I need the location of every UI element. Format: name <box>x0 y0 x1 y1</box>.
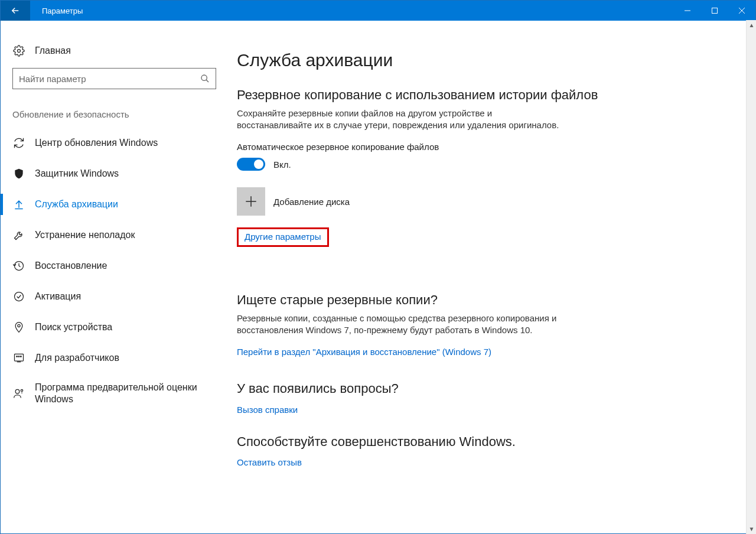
search-wrap: Найти параметр <box>12 68 225 89</box>
insider-icon <box>12 387 25 400</box>
sidebar-item-label: Поиск устройства <box>35 321 112 333</box>
other-params-highlight: Другие параметры <box>237 227 329 247</box>
window-controls <box>674 1 755 21</box>
history-icon <box>12 259 25 272</box>
auto-backup-label: Автоматическое резервное копирование фай… <box>237 142 615 152</box>
sidebar-item-label: Активация <box>35 291 81 302</box>
section-file-history: Резервное копирование с использованием и… <box>237 87 615 268</box>
section-desc: Сохраняйте резервные копии файлов на дру… <box>237 108 568 132</box>
sidebar: Главная Найти параметр Обновление и безо… <box>1 21 237 533</box>
minimize-button[interactable] <box>674 1 701 21</box>
toggle-state-label: Вкл. <box>273 159 291 170</box>
settings-window: Параметры Главная Найти п <box>0 0 756 534</box>
svg-point-5 <box>15 292 24 301</box>
section-title: Ищете старые резервные копии? <box>237 292 615 309</box>
sidebar-item-label: Для разработчиков <box>35 352 119 364</box>
scrollbar[interactable]: ▲ ▼ <box>746 20 756 534</box>
sidebar-group-label: Обновление и безопасность <box>1 100 237 128</box>
sidebar-item-recovery[interactable]: Восстановление <box>1 250 237 281</box>
backup-arrow-icon <box>12 198 25 211</box>
svg-point-6 <box>18 324 20 327</box>
main-content: Служба архивации Резервное копирование с… <box>237 21 755 533</box>
find-device-icon <box>12 321 25 334</box>
svg-point-10 <box>21 356 22 357</box>
sidebar-item-troubleshoot[interactable]: Устранение неполадок <box>1 220 237 250</box>
add-drive-label: Добавление диска <box>273 197 350 207</box>
sidebar-item-activation[interactable]: Активация <box>1 281 237 312</box>
sidebar-item-update[interactable]: Центр обновления Windows <box>1 128 237 158</box>
svg-point-12 <box>21 389 22 391</box>
sidebar-item-developers[interactable]: Для разработчиков <box>1 343 237 373</box>
section-title: У вас появились вопросы? <box>237 380 615 398</box>
sidebar-item-find-device[interactable]: Поиск устройства <box>1 312 237 343</box>
sidebar-item-label: Восстановление <box>35 260 107 272</box>
auto-backup-toggle-row: Вкл. <box>237 158 615 171</box>
close-button[interactable] <box>728 1 755 21</box>
nav-home-label: Главная <box>35 45 71 56</box>
section-old-backups: Ищете старые резервные копии? Резервные … <box>237 292 615 357</box>
other-params-link[interactable]: Другие параметры <box>245 232 321 242</box>
open-help-link[interactable]: Вызов справки <box>237 405 298 415</box>
svg-line-4 <box>206 80 208 82</box>
wrench-icon <box>12 229 25 242</box>
maximize-icon <box>711 7 718 14</box>
nav-home[interactable]: Главная <box>1 38 237 63</box>
svg-rect-1 <box>712 8 718 14</box>
window-title: Параметры <box>30 1 674 21</box>
svg-rect-7 <box>15 354 24 361</box>
search-input[interactable]: Найти параметр <box>12 68 216 89</box>
body: Главная Найти параметр Обновление и безо… <box>1 21 755 533</box>
check-circle-icon <box>12 290 25 303</box>
close-icon <box>738 7 745 14</box>
sidebar-item-insider[interactable]: Программа предварительной оценки Windows <box>1 373 237 413</box>
plus-icon <box>243 194 259 209</box>
sidebar-item-label: Центр обновления Windows <box>35 137 158 149</box>
gear-icon <box>12 44 25 57</box>
svg-point-3 <box>201 75 207 80</box>
section-feedback: Способствуйте совершенствованию Windows.… <box>237 434 615 468</box>
sidebar-item-backup[interactable]: Служба архивации <box>1 189 237 220</box>
titlebar: Параметры <box>1 1 755 21</box>
developer-icon <box>12 351 25 364</box>
scroll-down-icon[interactable]: ▼ <box>747 524 756 534</box>
section-help: У вас появились вопросы? Вызов справки <box>237 380 615 415</box>
plus-tile <box>237 187 265 216</box>
sidebar-item-label: Устранение неполадок <box>35 229 135 241</box>
section-title: Способствуйте совершенствованию Windows. <box>237 434 615 451</box>
sync-icon <box>12 136 25 149</box>
minimize-icon <box>684 7 691 14</box>
svg-point-8 <box>17 356 18 357</box>
svg-point-9 <box>18 356 19 357</box>
sidebar-item-label: Защитник Windows <box>35 168 119 180</box>
section-title: Резервное копирование с использованием и… <box>237 87 615 104</box>
auto-backup-toggle[interactable] <box>237 158 265 171</box>
search-placeholder: Найти параметр <box>19 74 200 84</box>
back-button[interactable] <box>1 1 30 21</box>
arrow-left-icon <box>10 5 21 16</box>
section-desc: Резервные копии, созданные с помощью сре… <box>237 312 568 337</box>
sidebar-item-label: Программа предварительной оценки Windows <box>35 382 225 405</box>
svg-point-2 <box>18 50 21 53</box>
search-icon <box>200 74 210 83</box>
sidebar-item-defender[interactable]: Защитник Windows <box>1 158 237 189</box>
go-to-win7-backup-link[interactable]: Перейти в раздел "Архивация и восстановл… <box>237 347 491 357</box>
sidebar-item-label: Служба архивации <box>35 198 118 210</box>
svg-point-11 <box>15 389 19 393</box>
maximize-button[interactable] <box>701 1 728 21</box>
leave-feedback-link[interactable]: Оставить отзыв <box>237 457 302 467</box>
add-drive-row[interactable]: Добавление диска <box>237 187 615 216</box>
shield-icon <box>12 167 25 180</box>
scroll-up-icon[interactable]: ▲ <box>747 20 756 30</box>
page-title: Служба архивации <box>237 50 615 70</box>
